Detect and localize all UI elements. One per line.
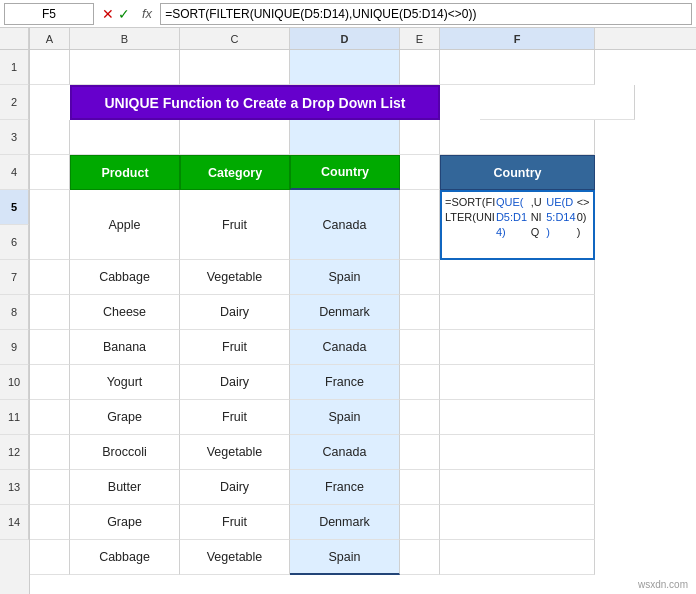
grid-area: 1 2 3 4 5 6 7 8 9 10 11 12 13 14 A B C D… — [0, 28, 696, 594]
cell-f14[interactable] — [440, 540, 595, 575]
cell-b3[interactable] — [70, 120, 180, 155]
cell-e7[interactable] — [400, 295, 440, 330]
cell-f11[interactable] — [440, 435, 595, 470]
cell-e1[interactable] — [400, 50, 440, 85]
formula-icons: ✕ ✓ — [98, 6, 134, 22]
formula-input[interactable] — [160, 3, 692, 25]
cell-a9[interactable] — [30, 365, 70, 400]
confirm-icon[interactable]: ✓ — [118, 6, 130, 22]
cell-f-country-header[interactable]: Country — [440, 155, 595, 190]
cell-a2[interactable] — [30, 85, 70, 120]
cell-c8[interactable]: Fruit — [180, 330, 290, 365]
cell-f12[interactable] — [440, 470, 595, 505]
cell-a7[interactable] — [30, 295, 70, 330]
cell-c14[interactable]: Vegetable — [180, 540, 290, 575]
row-num-12: 12 — [0, 435, 29, 470]
cell-f7[interactable] — [440, 295, 595, 330]
cell-e14[interactable] — [400, 540, 440, 575]
table-row: Butter Dairy France — [30, 470, 696, 505]
formula-bar: ✕ ✓ fx — [0, 0, 696, 28]
cell-f2[interactable] — [480, 85, 635, 120]
cell-d3[interactable] — [290, 120, 400, 155]
cell-c13[interactable]: Fruit — [180, 505, 290, 540]
table-row: Cabbage Vegetable Spain — [30, 540, 696, 575]
cell-e4[interactable] — [400, 155, 440, 190]
cell-c9[interactable]: Dairy — [180, 365, 290, 400]
title-text: UNIQUE Function to Create a Drop Down Li… — [104, 95, 405, 111]
cell-c3[interactable] — [180, 120, 290, 155]
cell-e6[interactable] — [400, 260, 440, 295]
cell-f10[interactable] — [440, 400, 595, 435]
cell-e5[interactable] — [400, 190, 440, 260]
cell-c1[interactable] — [180, 50, 290, 85]
cell-category-header[interactable]: Category — [180, 155, 290, 190]
cell-product-header[interactable]: Product — [70, 155, 180, 190]
cell-d10[interactable]: Spain — [290, 400, 400, 435]
cell-f13[interactable] — [440, 505, 595, 540]
row-num-5: 5 — [0, 190, 29, 225]
cell-e11[interactable] — [400, 435, 440, 470]
cell-a14[interactable] — [30, 540, 70, 575]
table-row — [30, 120, 696, 155]
cell-e10[interactable] — [400, 400, 440, 435]
table-row: Cabbage Vegetable Spain — [30, 260, 696, 295]
cell-a3[interactable] — [30, 120, 70, 155]
cell-b7[interactable]: Cheese — [70, 295, 180, 330]
cell-b12[interactable]: Butter — [70, 470, 180, 505]
cell-a6[interactable] — [30, 260, 70, 295]
cell-e9[interactable] — [400, 365, 440, 400]
cell-d14[interactable]: Spain — [290, 540, 400, 575]
cell-c6[interactable]: Vegetable — [180, 260, 290, 295]
cell-a1[interactable] — [30, 50, 70, 85]
cell-e2[interactable] — [440, 85, 480, 120]
col-header-e: E — [400, 28, 440, 49]
cell-d13[interactable]: Denmark — [290, 505, 400, 540]
cell-a11[interactable] — [30, 435, 70, 470]
cell-a8[interactable] — [30, 330, 70, 365]
cell-e3[interactable] — [400, 120, 440, 155]
cell-b6[interactable]: Cabbage — [70, 260, 180, 295]
cell-d11[interactable]: Canada — [290, 435, 400, 470]
row-num-11: 11 — [0, 400, 29, 435]
cell-a4[interactable] — [30, 155, 70, 190]
cell-d6[interactable]: Spain — [290, 260, 400, 295]
cell-country-header[interactable]: Country — [290, 155, 400, 190]
cell-d7[interactable]: Denmark — [290, 295, 400, 330]
cell-b5[interactable]: Apple — [70, 190, 180, 260]
cell-c12[interactable]: Dairy — [180, 470, 290, 505]
cell-c11[interactable]: Vegetable — [180, 435, 290, 470]
cell-f8[interactable] — [440, 330, 595, 365]
name-box[interactable] — [4, 3, 94, 25]
cell-b14[interactable]: Cabbage — [70, 540, 180, 575]
cell-e13[interactable] — [400, 505, 440, 540]
cell-f5[interactable]: =SORT(FILTER(UNIQUE(D5:D14),UNIQUE(D5:D1… — [440, 190, 595, 260]
cancel-icon[interactable]: ✕ — [102, 6, 114, 22]
cell-e8[interactable] — [400, 330, 440, 365]
table-row: UNIQUE Function to Create a Drop Down Li… — [30, 85, 696, 120]
cell-a13[interactable] — [30, 505, 70, 540]
cell-title[interactable]: UNIQUE Function to Create a Drop Down Li… — [70, 85, 440, 120]
cell-a10[interactable] — [30, 400, 70, 435]
cell-f1[interactable] — [440, 50, 595, 85]
cell-d8[interactable]: Canada — [290, 330, 400, 365]
cell-b10[interactable]: Grape — [70, 400, 180, 435]
cell-c7[interactable]: Dairy — [180, 295, 290, 330]
cell-d5[interactable]: Canada — [290, 190, 400, 260]
cell-f3[interactable] — [440, 120, 595, 155]
cell-b9[interactable]: Yogurt — [70, 365, 180, 400]
cell-f6[interactable] — [440, 260, 595, 295]
cell-d9[interactable]: France — [290, 365, 400, 400]
cell-f9[interactable] — [440, 365, 595, 400]
cell-b13[interactable]: Grape — [70, 505, 180, 540]
cell-d12[interactable]: France — [290, 470, 400, 505]
cell-b8[interactable]: Banana — [70, 330, 180, 365]
main-grid: A B C D E F — [30, 28, 696, 594]
cell-e12[interactable] — [400, 470, 440, 505]
cell-c10[interactable]: Fruit — [180, 400, 290, 435]
cell-b11[interactable]: Broccoli — [70, 435, 180, 470]
cell-c5[interactable]: Fruit — [180, 190, 290, 260]
cell-a12[interactable] — [30, 470, 70, 505]
cell-d1[interactable] — [290, 50, 400, 85]
cell-a5[interactable] — [30, 190, 70, 260]
cell-b1[interactable] — [70, 50, 180, 85]
